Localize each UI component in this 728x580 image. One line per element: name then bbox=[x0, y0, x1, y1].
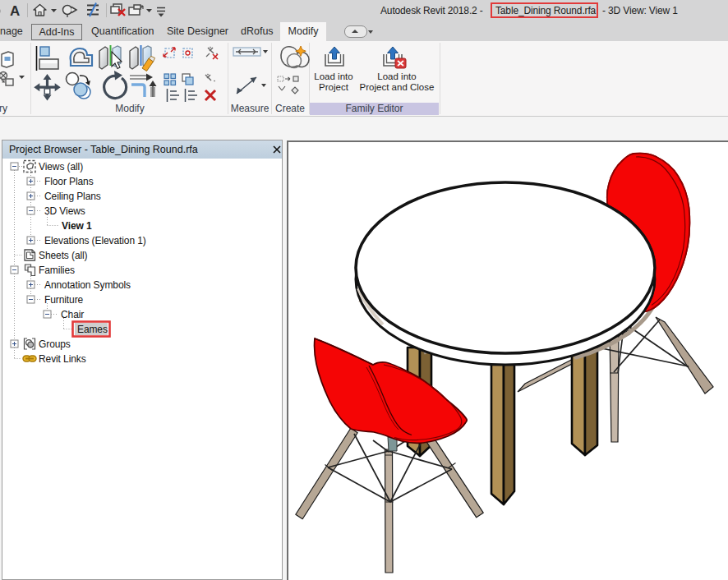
svg-text:3D Views: 3D Views bbox=[44, 205, 85, 217]
svg-text:Furniture: Furniture bbox=[44, 294, 84, 306]
svg-text:Views (all): Views (all) bbox=[39, 161, 83, 173]
svg-text:Elevations (Elevation 1): Elevations (Elevation 1) bbox=[44, 235, 146, 246]
svg-text:Annotation Symbols: Annotation Symbols bbox=[44, 279, 131, 291]
svg-text:Floor Plans: Floor Plans bbox=[44, 176, 94, 187]
svg-text:Revit Links: Revit Links bbox=[39, 353, 86, 365]
svg-text:Ceiling Plans: Ceiling Plans bbox=[44, 191, 101, 202]
svg-text:Eames: Eames bbox=[77, 324, 108, 335]
svg-text:View 1: View 1 bbox=[62, 220, 92, 232]
svg-text:Chair: Chair bbox=[61, 309, 84, 320]
svg-text:Families: Families bbox=[39, 265, 75, 276]
svg-text:Groups: Groups bbox=[39, 338, 71, 350]
svg-text:Sheets (all): Sheets (all) bbox=[39, 250, 88, 261]
svg-text:A: A bbox=[10, 3, 20, 19]
